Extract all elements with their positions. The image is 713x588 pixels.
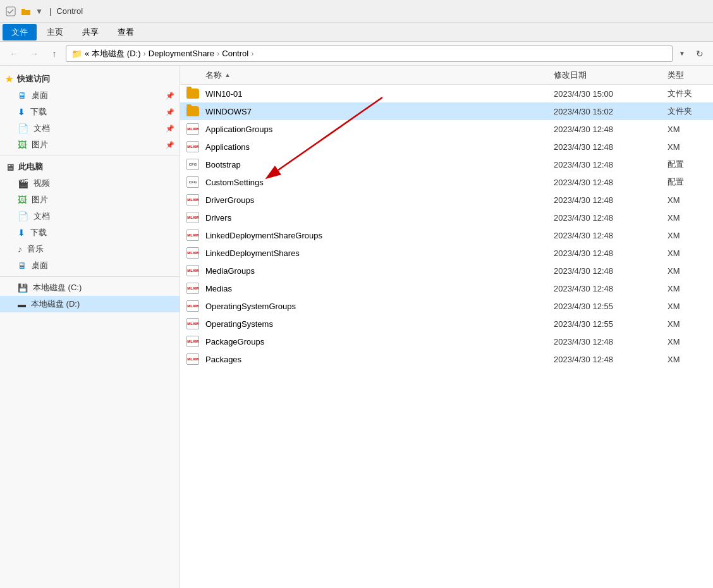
file-icon-cell: XML (180, 247, 205, 259)
file-row[interactable]: XML Drivers 2023/4/30 12:48 XM (180, 209, 713, 226)
file-name-cell: Drivers (205, 213, 549, 223)
sidebar-item-drive-d[interactable]: ▬ 本地磁盘 (D:) (0, 296, 180, 312)
xml-icon: XML (186, 194, 199, 205)
file-row[interactable]: XML PackageGroups 2023/4/30 12:48 XM (180, 333, 713, 350)
sidebar-item-docs2[interactable]: 📄 文档 (0, 208, 180, 224)
file-date-cell: 2023/4/30 12:48 (549, 355, 662, 364)
file-date-cell: 2023/4/30 15:00 (549, 89, 662, 99)
ribbon-tab-share[interactable]: 共享 (73, 24, 107, 40)
file-row[interactable]: CFG Bootstrap 2023/4/30 12:48 配置 (180, 156, 713, 173)
file-icon-cell (180, 89, 205, 99)
video-icon: 🎬 (18, 178, 28, 188)
cfg-icon: CFG (186, 176, 199, 188)
file-row[interactable]: XML OperatingSystemGroups 2023/4/30 12:5… (180, 297, 713, 315)
this-pc-section: 🖥 此电脑 🎬 视频 🖼 图片 📄 文档 ⬇ 下载 ♪ 音乐 (0, 159, 180, 274)
file-icon-cell: CFG (180, 176, 205, 188)
sidebar-item-downloads2[interactable]: ⬇ 下载 (0, 224, 180, 241)
file-name-cell: OperatingSystems (205, 319, 549, 329)
sidebar-item-pictures2[interactable]: 🖼 图片 (0, 192, 180, 208)
file-date-cell: 2023/4/30 12:48 (549, 284, 662, 293)
file-type-cell: 配置 (662, 176, 713, 188)
sidebar-item-desktop2[interactable]: 🖥 桌面 (0, 257, 180, 274)
file-row[interactable]: WINDOWS7 2023/4/30 15:02 文件夹 (180, 102, 713, 120)
xml-icon: XML (186, 283, 199, 294)
col-date-header[interactable]: 修改日期 (549, 70, 662, 81)
sidebar-item-music-label: 音乐 (27, 243, 44, 255)
sidebar-item-pictures2-label: 图片 (32, 194, 48, 205)
file-row[interactable]: XML MediaGroups 2023/4/30 12:48 XM (180, 262, 713, 279)
file-name-cell: Bootstrap (205, 160, 549, 169)
sidebar-item-desktop2-label: 桌面 (32, 260, 48, 271)
content-area: WIN10-01 2023/4/30 15:00 文件夹 WINDOWS7 20… (180, 85, 713, 588)
file-icon-cell: XML (180, 141, 205, 152)
file-row[interactable]: XML LinkedDeploymentShareGroups 2023/4/3… (180, 226, 713, 244)
file-type-cell: XM (662, 195, 713, 205)
path-part-0: 本地磁盘 (D:) (92, 48, 140, 59)
title-bar: ▼ | Control (0, 0, 713, 23)
col-type-header[interactable]: 类型 (662, 70, 713, 81)
file-row[interactable]: XML Packages 2023/4/30 12:48 XM (180, 350, 713, 368)
back-button[interactable]: ← (5, 45, 23, 63)
path-part-1: DeploymentShare (149, 49, 214, 58)
desktop2-icon: 🖥 (18, 260, 27, 271)
pictures2-icon: 🖼 (18, 195, 27, 205)
ribbon-tab-file[interactable]: 文件 (3, 24, 37, 40)
file-list: WIN10-01 2023/4/30 15:00 文件夹 WINDOWS7 20… (180, 85, 713, 588)
forward-button[interactable]: → (25, 45, 43, 63)
sidebar-item-pictures-label: 图片 (32, 139, 48, 150)
star-icon: ★ (5, 74, 13, 84)
music-icon: ♪ (18, 244, 22, 254)
file-row[interactable]: WIN10-01 2023/4/30 15:00 文件夹 (180, 85, 713, 102)
file-row[interactable]: XML ApplicationGroups 2023/4/30 12:48 XM (180, 120, 713, 138)
up-button[interactable]: ↑ (46, 45, 63, 63)
window-title: Control (56, 6, 83, 16)
file-icon-cell: XML (180, 194, 205, 205)
this-pc-label: 此电脑 (18, 161, 43, 173)
file-row[interactable]: XML Medias 2023/4/30 12:48 XM (180, 279, 713, 297)
refresh-button[interactable]: ↻ (692, 46, 708, 62)
sidebar-item-video[interactable]: 🎬 视频 (0, 175, 180, 192)
sidebar-item-downloads[interactable]: ⬇ 下载 📌 (0, 104, 180, 120)
quick-access-toolbar-folder[interactable] (20, 6, 32, 17)
sidebar-item-docs[interactable]: 📄 文档 📌 (0, 120, 180, 137)
folder-icon (186, 106, 199, 116)
file-row[interactable]: XML Applications 2023/4/30 12:48 XM (180, 138, 713, 156)
file-type-cell: 文件夹 (662, 106, 713, 117)
address-box[interactable]: 📁 « 本地磁盘 (D:) › DeploymentShare › Contro… (66, 46, 673, 62)
xml-icon: XML (186, 247, 199, 259)
sidebar-item-docs-label: 文档 (34, 123, 50, 134)
sidebar-item-music[interactable]: ♪ 音乐 (0, 241, 180, 257)
xml-icon: XML (186, 318, 199, 329)
file-row[interactable]: XML DriverGroups 2023/4/30 12:48 XM (180, 191, 713, 209)
this-pc-header[interactable]: 🖥 此电脑 (0, 159, 180, 175)
download2-icon: ⬇ (18, 228, 25, 238)
file-icon-cell: XML (180, 318, 205, 329)
address-dropdown[interactable]: ▼ (675, 47, 689, 61)
file-date-cell: 2023/4/30 12:48 (549, 231, 662, 240)
file-name-cell: ApplicationGroups (205, 125, 549, 134)
quick-access-header[interactable]: ★ 快速访问 (0, 71, 180, 87)
file-type-cell: XM (662, 284, 713, 293)
pin-icon-3: 📌 (166, 125, 174, 133)
pin-icon-2: 📌 (166, 108, 174, 116)
file-type-cell: XM (662, 231, 713, 240)
sidebar-item-drive-c[interactable]: 💾 本地磁盘 (C:) (0, 279, 180, 296)
sidebar-item-pictures[interactable]: 🖼 图片 📌 (0, 137, 180, 153)
ribbon-tab-view[interactable]: 查看 (109, 24, 143, 40)
file-icon-cell: XML (180, 283, 205, 294)
file-row[interactable]: XML OperatingSystems 2023/4/30 12:55 XM (180, 315, 713, 333)
col-name-header[interactable]: 名称 ▲ (180, 70, 549, 81)
file-icon-cell: XML (180, 230, 205, 241)
sidebar-item-downloads2-label: 下载 (30, 227, 47, 238)
file-date-cell: 2023/4/30 12:48 (549, 337, 662, 346)
sidebar-item-desktop[interactable]: 🖥 桌面 📌 (0, 87, 180, 104)
sidebar-item-desktop-label: 桌面 (32, 90, 48, 101)
ribbon-tab-home[interactable]: 主页 (38, 24, 72, 40)
file-name-cell: OperatingSystemGroups (205, 302, 549, 311)
file-row[interactable]: CFG CustomSettings 2023/4/30 12:48 配置 (180, 173, 713, 191)
docs2-icon: 📄 (18, 211, 28, 221)
quick-access-toolbar-checkbox[interactable] (5, 6, 16, 17)
pin-icon: 📌 (166, 92, 174, 100)
file-name-cell: Applications (205, 142, 549, 152)
file-row[interactable]: XML LinkedDeploymentShares 2023/4/30 12:… (180, 244, 713, 262)
